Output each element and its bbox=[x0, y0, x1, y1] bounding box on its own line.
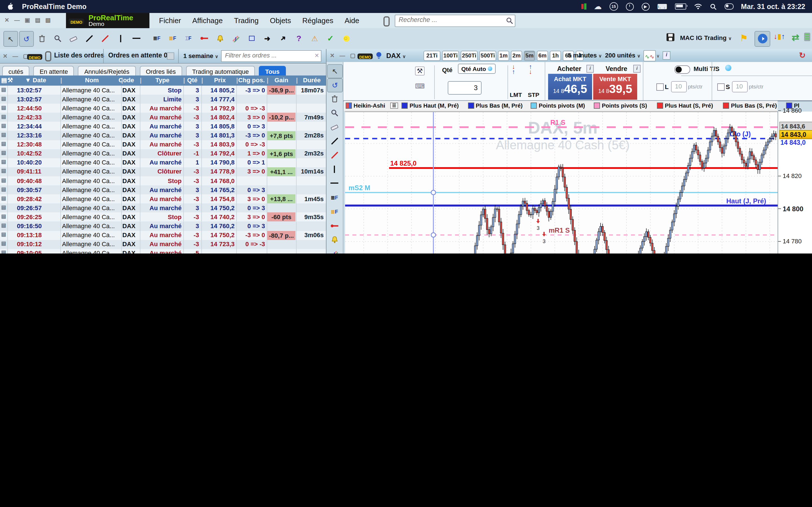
timeframe-button-21Ti[interactable]: 21Ti bbox=[423, 51, 441, 61]
lmt-arrows-icon[interactable]: ↓↑ bbox=[512, 64, 515, 74]
multi-ts-help-icon[interactable] bbox=[725, 65, 731, 71]
line-red-icon[interactable] bbox=[327, 149, 342, 162]
menu-bar-clock[interactable]: Mar. 31 oct. à 23:22 bbox=[741, 3, 805, 10]
fib-icon[interactable]: ≣F bbox=[150, 31, 163, 46]
legend-item-Heikin-Ashi[interactable]: Heikin-Ashi bbox=[346, 101, 385, 110]
orders-window-controls[interactable]: ✕ ― ▢ bbox=[3, 53, 30, 59]
timeframe-button-250Ti[interactable]: 250Ti bbox=[461, 51, 477, 61]
cursor-undo-icon[interactable]: ↺ bbox=[19, 31, 34, 47]
save-icon[interactable] bbox=[666, 33, 674, 41]
hline-icon[interactable] bbox=[327, 177, 342, 190]
legend-item-Points pivots (S)[interactable]: Points pivots (S) bbox=[594, 101, 647, 110]
panel-wrench-icon[interactable]: ⚒ bbox=[415, 66, 424, 75]
line-red-icon[interactable] bbox=[98, 31, 112, 46]
smiley-icon[interactable]: ☺ bbox=[340, 31, 353, 46]
cloud-icon[interactable]: ☁ bbox=[594, 2, 601, 11]
price-chart[interactable]: DAX, 5mAllemagne 40 Cash (5€)R1 SClo (J)… bbox=[345, 112, 777, 253]
lock-arrows-icon[interactable]: ↓▮↑ bbox=[774, 32, 785, 41]
warning-icon[interactable]: ⚠ bbox=[308, 31, 321, 46]
chart-style-icon[interactable]: ∿∿ bbox=[644, 50, 656, 61]
channel-icon[interactable] bbox=[327, 247, 342, 253]
column-header-Chg pos.[interactable]: Chg pos. bbox=[238, 76, 265, 83]
limit-checkbox[interactable] bbox=[656, 83, 664, 91]
account-selector[interactable]: MAC IG Trading ∨ bbox=[680, 34, 732, 41]
timeframe-button-5m[interactable]: 5m bbox=[524, 51, 535, 61]
multi-ts-toggle[interactable] bbox=[674, 65, 690, 74]
order-row[interactable]: ▤09:13:18Allemagne 40 Ca...DAXAu marché-… bbox=[0, 231, 326, 240]
order-row[interactable]: ▤09:10:12Allemagne 40 Ca...DAXAu marché-… bbox=[0, 240, 326, 249]
fib2-icon[interactable]: ≣F bbox=[327, 205, 342, 218]
wifi-icon[interactable] bbox=[694, 3, 702, 10]
bell-icon[interactable] bbox=[213, 31, 227, 46]
symbol-selector[interactable]: DAX ∨ bbox=[386, 52, 406, 60]
arrow-right-icon[interactable]: ➜ bbox=[260, 31, 274, 46]
orders-tab-Ordres liés[interactable]: Ordres liés bbox=[140, 66, 182, 76]
order-row[interactable]: ▤09:41:11Allemagne 40 Ca...DAXClôturer-3… bbox=[0, 167, 326, 176]
stop-pts-value[interactable]: 10 bbox=[736, 83, 743, 90]
order-row[interactable]: ▤10:42:52Allemagne 40 Ca...DAXClôturer-1… bbox=[0, 149, 326, 158]
stop-checkbox[interactable] bbox=[717, 83, 725, 91]
search-magnifier-icon[interactable] bbox=[506, 16, 513, 26]
orders-tab-cutés[interactable]: cutés bbox=[2, 66, 30, 76]
apple-icon[interactable] bbox=[7, 3, 13, 10]
order-row[interactable]: ▤13:02:57Allemagne 40 Ca...DAXStop314 80… bbox=[0, 86, 326, 95]
flag-icon[interactable]: ⚑ bbox=[740, 33, 748, 43]
legend-item-Plus Haut (M, Pré)[interactable]: Plus Haut (M, Pré) bbox=[402, 101, 459, 110]
timeframe-button-1h[interactable]: 1h bbox=[550, 51, 561, 61]
control-center-icon[interactable] bbox=[725, 3, 733, 10]
order-row[interactable]: ▤09:26:57Allemagne 40 Ca...DAXAu marché3… bbox=[0, 204, 326, 213]
timeframe-button-1m[interactable]: 1m bbox=[498, 51, 509, 61]
speaker-icon[interactable]: 🕨 bbox=[755, 31, 770, 47]
legend-item-Points pivots (M)[interactable]: Points pivots (M) bbox=[531, 101, 585, 110]
qty-auto-button[interactable]: Qté Auto bbox=[458, 64, 496, 74]
line-icon[interactable] bbox=[82, 31, 96, 46]
legend-item-Plus Haut (S, Pré)[interactable]: Plus Haut (S, Pré) bbox=[657, 101, 713, 110]
legend-item-Plus Bas (S, Pré)[interactable]: Plus Bas (S, Pré) bbox=[723, 101, 777, 110]
timeframe-button-100Ti[interactable]: 100Ti bbox=[442, 51, 459, 61]
chain-icon[interactable] bbox=[45, 51, 51, 61]
key-icon[interactable] bbox=[327, 219, 342, 232]
play-icon[interactable]: ▶ bbox=[642, 3, 649, 10]
timeframe-button-500Ti[interactable]: 500Ti bbox=[479, 51, 496, 61]
chart-style-caret[interactable]: ∨ bbox=[656, 54, 660, 59]
menu-objets[interactable]: Objets bbox=[264, 13, 297, 28]
refresh-icon[interactable]: ↻ bbox=[799, 51, 806, 60]
sync-15-icon[interactable]: 15 bbox=[609, 2, 618, 11]
fib-icon[interactable]: ≣F bbox=[327, 191, 342, 204]
cursor-icon[interactable]: ↖ bbox=[3, 31, 18, 47]
wrench-icon[interactable]: ⚒ bbox=[7, 76, 13, 84]
check-icon[interactable]: ✓ bbox=[324, 31, 337, 46]
order-row[interactable]: ▤12:34:44Allemagne 40 Ca...DAXAu marché3… bbox=[0, 122, 326, 131]
stp-label[interactable]: STP bbox=[528, 91, 539, 98]
question-icon[interactable]: ? bbox=[292, 31, 306, 46]
column-header-Date[interactable]: ▼ Date bbox=[22, 76, 49, 83]
keyboard-icon[interactable]: ⌨ bbox=[657, 3, 667, 10]
zoom-icon[interactable] bbox=[51, 31, 64, 46]
order-row[interactable]: ▤09:16:50Allemagne 40 Ca...DAXAu marché3… bbox=[0, 222, 326, 231]
battery-icon[interactable] bbox=[675, 3, 686, 10]
panel-keypad-icon[interactable]: ⌨ bbox=[415, 82, 425, 90]
channel-icon[interactable] bbox=[229, 31, 243, 46]
location-pin-icon[interactable]: ⧭ bbox=[376, 51, 382, 59]
legend-item-Plus Bas (M, Pré)[interactable]: Plus Bas (M, Pré) bbox=[468, 101, 522, 110]
column-header-Prix[interactable]: Prix bbox=[206, 76, 234, 83]
fib3-icon[interactable]: ⌶F bbox=[182, 31, 195, 46]
order-row[interactable]: ▤09:10:05Allemagne 40 Ca...DAXAu marché-… bbox=[0, 249, 326, 253]
order-row[interactable]: ▤09:26:25Allemagne 40 Ca...DAXStop-314 7… bbox=[0, 213, 326, 222]
ruler-icon[interactable] bbox=[66, 31, 80, 46]
trash-icon[interactable] bbox=[327, 93, 342, 105]
orders-tab-Trading automatique[interactable]: Trading automatique bbox=[186, 66, 255, 76]
clock-icon[interactable] bbox=[626, 3, 633, 10]
limit-pts-value[interactable]: 10 bbox=[675, 83, 682, 90]
search-icon[interactable] bbox=[710, 3, 717, 10]
order-row[interactable]: ▤09:40:48Allemagne 40 Ca...DAXStop-314 7… bbox=[0, 176, 326, 185]
menu-affichage[interactable]: Affichage bbox=[187, 13, 229, 28]
column-header-Code[interactable]: Code bbox=[113, 76, 140, 83]
bell-icon[interactable] bbox=[327, 233, 342, 246]
demo-candles-icon[interactable] bbox=[581, 3, 586, 10]
sell-info-icon[interactable]: i bbox=[633, 65, 641, 73]
search-input[interactable] bbox=[398, 16, 501, 24]
column-header-Gain[interactable]: Gain bbox=[268, 76, 295, 83]
info-icon[interactable]: i bbox=[663, 51, 670, 60]
pending-orders-icon[interactable] bbox=[167, 52, 174, 60]
